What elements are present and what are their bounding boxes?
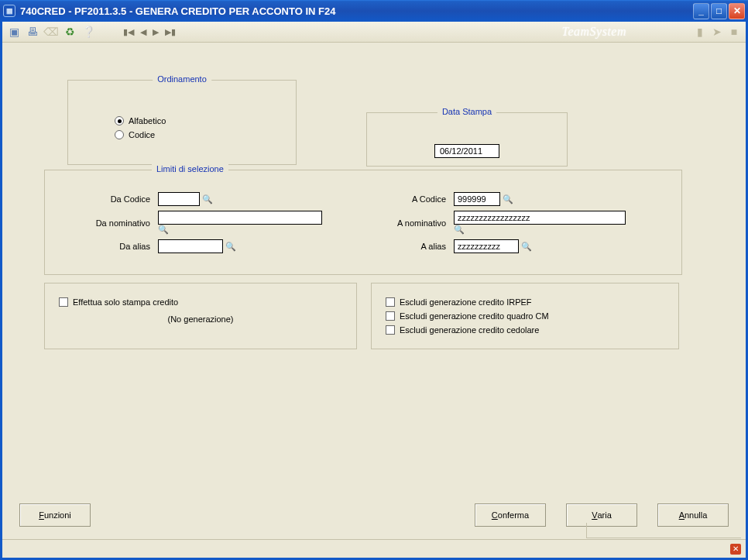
checkbox-icon [386,297,395,307]
da-nominativo-label: Da nominativo [62,218,155,228]
radio-alfabetico[interactable]: Alfabetico [115,116,279,125]
a-nominativo-label: A nominativo [358,218,451,228]
chk-escludi-irpef[interactable]: Escludi generazione credito IRPEF [386,297,664,307]
checkbox-icon [59,297,68,307]
checkbox-icon [386,311,395,321]
a-codice-input[interactable] [454,192,500,206]
conferma-button[interactable]: Conferma [475,503,546,527]
radio-alfabetico-label: Alfabetico [129,116,166,125]
limiti-legend: Limiti di selezione [152,164,228,173]
brand-label: TeamSystem [561,25,626,39]
open-icon[interactable]: ▣ [7,25,21,39]
chk-escludi-cm[interactable]: Escludi generazione credito quadro CM [386,311,664,321]
window-title: 740CRED - PF2011.3.5 - GENERA CREDITO PE… [20,5,335,17]
da-alias-input[interactable] [158,239,223,253]
chk-solo-stampa-label: Effettua solo stampa credito [73,297,178,307]
maximize-button[interactable]: □ [711,3,727,19]
status-bar: ✕ [2,539,746,558]
ordinamento-group: Ordinamento Alfabetico Codice [67,80,297,165]
a-codice-label: A Codice [358,194,451,204]
close-button[interactable]: ✕ [729,3,745,19]
minimize-button[interactable]: _ [693,3,709,19]
radio-codice[interactable]: Codice [115,130,279,139]
tool-1-icon[interactable]: ▮ [693,25,707,39]
a-alias-label: A alias [358,242,451,251]
tool-2-icon[interactable]: ➤ [710,25,724,39]
titlebar: ▦ 740CRED - PF2011.3.5 - GENERA CREDITO … [0,0,748,22]
data-stampa-group: Data Stampa 06/12/2011 [366,112,568,167]
options-escludi-group: Escludi generazione credito IRPEF Esclud… [371,283,679,349]
nav-next-icon[interactable]: ▶ [153,27,159,37]
da-nominativo-input[interactable] [158,211,322,225]
toolbar: ▣ 🖶 ⌫ ♻ ❔ ▮◀ ◀ ▶ ▶▮ TeamSystem ▮ ➤ ■ [2,22,746,43]
print-icon[interactable]: 🖶 [26,25,39,39]
lookup-icon[interactable]: 🔍 [454,225,465,234]
lookup-icon[interactable]: 🔍 [503,194,513,204]
funzioni-button[interactable]: Funzioni [19,503,91,527]
da-alias-label: Da alias [62,242,155,251]
chk-solo-stampa[interactable]: Effettua solo stampa credito [59,297,342,307]
chk-escludi-cedolare-label: Escludi generazione credito cedolare [400,325,539,335]
lookup-icon[interactable]: 🔍 [521,242,532,251]
lookup-icon[interactable]: 🔍 [225,242,236,251]
ordinamento-legend: Ordinamento [153,74,211,84]
a-nominativo-input[interactable] [454,211,626,225]
lookup-icon[interactable]: 🔍 [158,225,169,234]
checkbox-icon [386,325,395,335]
radio-alfabetico-dot [115,116,124,125]
lookup-icon[interactable]: 🔍 [202,194,213,204]
da-codice-input[interactable] [158,192,200,206]
nav-prev-icon[interactable]: ◀ [140,27,146,37]
delete-icon[interactable]: ⌫ [44,25,58,39]
chk-escludi-irpef-label: Escludi generazione credito IRPEF [400,297,532,307]
help-icon[interactable]: ❔ [81,25,95,39]
data-stampa-field[interactable]: 06/12/2011 [434,144,499,158]
refresh-icon[interactable]: ♻ [63,25,77,39]
nav-last-icon[interactable]: ▶▮ [165,27,176,37]
options-stampa-group: Effettua solo stampa credito (No generaz… [44,283,357,349]
tool-3-icon[interactable]: ■ [727,25,741,39]
workarea: Ordinamento Alfabetico Codice Data Stamp… [2,43,746,558]
da-codice-label: Da Codice [62,194,155,204]
no-generazione-note: (No generazione) [59,314,342,324]
limiti-group: Limiti di selezione Da Codice 🔍 A Codice… [44,170,682,275]
chk-escludi-cm-label: Escludi generazione credito quadro CM [400,311,549,321]
data-stampa-legend: Data Stampa [437,107,496,116]
app-icon: ▦ [3,5,15,17]
radio-codice-label: Codice [129,130,155,139]
a-alias-input[interactable] [454,239,519,253]
nav-first-icon[interactable]: ▮◀ [123,27,134,37]
radio-codice-dot [115,130,124,139]
chk-escludi-cedolare[interactable]: Escludi generazione credito cedolare [386,325,664,335]
status-close-icon[interactable]: ✕ [730,544,741,555]
status-inset [586,523,741,538]
